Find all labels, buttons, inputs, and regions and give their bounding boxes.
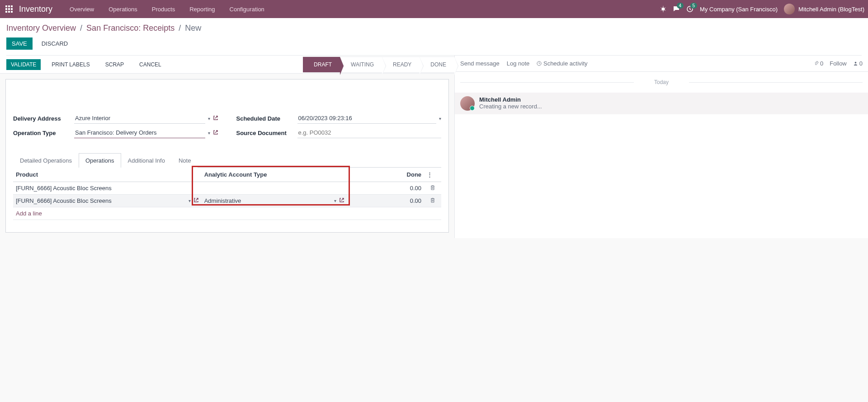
- svg-rect-3: [5, 8, 7, 10]
- chatter: Send message Log note Schedule activity …: [454, 56, 868, 238]
- save-button[interactable]: SAVE: [6, 37, 33, 50]
- chevron-down-icon[interactable]: ▾: [208, 131, 210, 136]
- followers-count[interactable]: 0: [853, 60, 863, 67]
- svg-line-14: [661, 10, 662, 11]
- breadcrumb-parent[interactable]: San Francisco: Receipts: [86, 23, 175, 33]
- delivery-address-input[interactable]: [74, 113, 205, 124]
- nav-products[interactable]: Products: [146, 2, 181, 16]
- today-separator: Today: [455, 79, 868, 85]
- scheduled-date-input[interactable]: [297, 113, 437, 124]
- operations-table: Product Analytic Account Type Done ⋮ [FU…: [13, 168, 441, 220]
- svg-rect-0: [5, 5, 7, 7]
- tabs: Detailed Operations Operations Additiona…: [13, 153, 441, 168]
- cell-product[interactable]: [FURN_6666] Acoustic Bloc Screens ▾: [13, 195, 202, 207]
- log-note-button[interactable]: Log note: [507, 60, 530, 67]
- validate-button[interactable]: VALIDATE: [6, 59, 41, 70]
- svg-rect-8: [11, 11, 13, 13]
- apps-icon[interactable]: [4, 4, 14, 14]
- user-menu[interactable]: Mitchell Admin (BlogTest): [784, 4, 864, 14]
- cell-done[interactable]: 0.00: [347, 182, 424, 195]
- breadcrumb-root[interactable]: Inventory Overview: [6, 23, 76, 33]
- log-message: Creating a new record...: [479, 103, 542, 110]
- tab-operations[interactable]: Operations: [79, 153, 121, 168]
- svg-rect-1: [8, 5, 10, 7]
- col-analytic[interactable]: Analytic Account Type: [202, 168, 347, 182]
- breadcrumb: Inventory Overview / San Francisco: Rece…: [6, 23, 862, 33]
- nav-overview[interactable]: Overview: [63, 2, 100, 16]
- delivery-address-label: Delivery Address: [13, 115, 74, 122]
- col-product[interactable]: Product: [13, 168, 202, 182]
- company-switcher[interactable]: My Company (San Francisco): [700, 6, 778, 13]
- svg-line-12: [661, 8, 662, 9]
- subheader: Inventory Overview / San Francisco: Rece…: [0, 18, 868, 56]
- svg-line-13: [665, 8, 666, 9]
- nav-operations[interactable]: Operations: [102, 2, 144, 16]
- user-avatar: [784, 4, 795, 14]
- col-done[interactable]: Done: [347, 168, 424, 182]
- svg-point-18: [854, 62, 856, 64]
- operation-type-label: Operation Type: [13, 130, 74, 136]
- external-link-icon[interactable]: [193, 197, 199, 204]
- tab-additional-info[interactable]: Additional Info: [121, 153, 172, 168]
- messages-badge: 4: [677, 3, 684, 9]
- svg-rect-7: [8, 11, 10, 13]
- tab-detailed-operations[interactable]: Detailed Operations: [13, 153, 79, 168]
- source-document-input[interactable]: [297, 127, 442, 138]
- operation-type-input[interactable]: [74, 127, 205, 138]
- activities-icon[interactable]: 5: [686, 5, 693, 13]
- svg-line-15: [665, 10, 666, 11]
- table-row[interactable]: [FURN_6666] Acoustic Bloc Screens ▾ Admi…: [13, 195, 441, 207]
- user-name: Mitchell Admin (BlogTest): [798, 6, 864, 13]
- cell-analytic[interactable]: [202, 182, 347, 195]
- cancel-button[interactable]: CANCEL: [135, 59, 166, 70]
- follow-button[interactable]: Follow: [830, 60, 847, 67]
- breadcrumb-current: New: [185, 23, 201, 33]
- chevron-down-icon[interactable]: ▾: [439, 116, 441, 121]
- table-row[interactable]: [FURN_6666] Acoustic Bloc Screens 0.00: [13, 182, 441, 195]
- svg-rect-4: [8, 8, 10, 10]
- add-line-button[interactable]: Add a line: [13, 207, 441, 220]
- messages-icon[interactable]: 4: [673, 5, 680, 13]
- nav-menu: Overview Operations Products Reporting C…: [63, 2, 271, 16]
- trash-icon[interactable]: [424, 182, 441, 195]
- cell-done[interactable]: 0.00: [347, 195, 424, 207]
- chevron-down-icon[interactable]: ▾: [208, 116, 210, 121]
- attachments-count[interactable]: 0: [814, 60, 823, 67]
- statusbar: VALIDATE PRINT LABELS SCRAP CANCEL DRAFT…: [0, 56, 454, 74]
- external-link-icon[interactable]: [213, 115, 218, 122]
- navbar: Inventory Overview Operations Products R…: [0, 0, 868, 18]
- print-labels-button[interactable]: PRINT LABELS: [47, 59, 94, 70]
- nav-reporting[interactable]: Reporting: [183, 2, 221, 16]
- status-stages: DRAFT WAITING READY DONE: [303, 56, 454, 73]
- activities-badge: 5: [690, 3, 698, 9]
- log-entry: Mitchell Admin Creating a new record...: [455, 93, 868, 114]
- svg-rect-6: [5, 11, 7, 13]
- external-link-icon[interactable]: [213, 130, 218, 136]
- stage-ready[interactable]: READY: [382, 56, 420, 73]
- stage-done[interactable]: DONE: [420, 56, 454, 73]
- cell-analytic[interactable]: Administrative ▾: [202, 195, 347, 207]
- scrap-button[interactable]: SCRAP: [101, 59, 128, 70]
- kebab-icon[interactable]: ⋮: [427, 171, 433, 178]
- svg-rect-5: [11, 8, 13, 10]
- chevron-down-icon[interactable]: ▾: [189, 198, 191, 203]
- stage-draft[interactable]: DRAFT: [303, 56, 340, 73]
- scheduled-date-label: Scheduled Date: [236, 115, 297, 122]
- external-link-icon[interactable]: [339, 197, 344, 204]
- debug-icon[interactable]: [660, 6, 666, 12]
- nav-configuration[interactable]: Configuration: [223, 2, 271, 16]
- schedule-activity-button[interactable]: Schedule activity: [537, 60, 587, 67]
- svg-rect-2: [11, 5, 13, 7]
- cell-product[interactable]: [FURN_6666] Acoustic Bloc Screens: [13, 182, 202, 195]
- tab-note[interactable]: Note: [172, 153, 198, 168]
- svg-point-9: [662, 8, 665, 11]
- discard-button[interactable]: DISCARD: [36, 37, 74, 50]
- trash-icon[interactable]: [424, 195, 441, 207]
- form-sheet: Delivery Address ▾ Operation Type: [5, 79, 449, 233]
- send-message-button[interactable]: Send message: [460, 60, 500, 67]
- log-author: Mitchell Admin: [479, 96, 542, 103]
- stage-waiting[interactable]: WAITING: [340, 56, 382, 73]
- chevron-down-icon[interactable]: ▾: [334, 198, 336, 203]
- app-title[interactable]: Inventory: [19, 5, 52, 14]
- avatar: [460, 96, 475, 111]
